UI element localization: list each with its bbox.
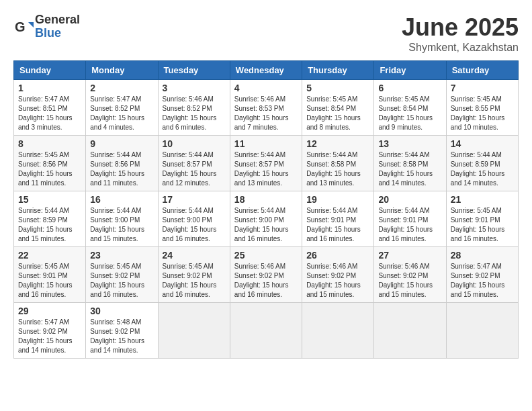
day-info: Sunrise: 5:44 AM Sunset: 9:01 PM Dayligh… [378,206,441,244]
calendar-day-cell: 24 Sunrise: 5:45 AM Sunset: 9:02 PM Dayl… [158,247,230,303]
day-info: Sunrise: 5:45 AM Sunset: 9:01 PM Dayligh… [451,206,514,244]
calendar-day-cell: 15 Sunrise: 5:44 AM Sunset: 8:59 PM Dayl… [14,191,86,247]
location-subtitle: Shymkent, Kazakhstan [402,42,519,54]
day-number: 21 [451,194,514,205]
calendar-day-cell: 29 Sunrise: 5:47 AM Sunset: 9:02 PM Dayl… [14,303,86,359]
day-number: 7 [451,83,514,93]
day-number: 13 [378,138,441,149]
day-number: 14 [451,138,514,149]
day-info: Sunrise: 5:45 AM Sunset: 8:54 PM Dayligh… [378,95,441,132]
calendar-day-cell: 10 Sunrise: 5:44 AM Sunset: 8:57 PM Dayl… [158,136,230,191]
header-wednesday: Wednesday [230,61,302,80]
calendar-day-cell: 23 Sunrise: 5:45 AM Sunset: 9:02 PM Dayl… [86,247,158,303]
calendar-day-cell: 20 Sunrise: 5:44 AM Sunset: 9:01 PM Dayl… [374,191,446,247]
day-info: Sunrise: 5:44 AM Sunset: 8:57 PM Dayligh… [234,150,298,188]
day-info: Sunrise: 5:44 AM Sunset: 8:59 PM Dayligh… [451,150,514,188]
day-number: 3 [163,83,226,93]
day-number: 25 [234,250,298,261]
calendar-week-row: 1 Sunrise: 5:47 AM Sunset: 8:51 PM Dayli… [14,80,519,136]
page-header: G General Blue June 2025 Shymkent, Kazak… [13,13,519,54]
day-info: Sunrise: 5:44 AM Sunset: 8:58 PM Dayligh… [306,150,369,188]
calendar-week-row: 22 Sunrise: 5:45 AM Sunset: 9:01 PM Dayl… [14,247,519,303]
calendar-week-row: 29 Sunrise: 5:47 AM Sunset: 9:02 PM Dayl… [14,303,519,359]
calendar-header-row: Sunday Monday Tuesday Wednesday Thursday… [14,61,519,80]
day-info: Sunrise: 5:47 AM Sunset: 9:02 PM Dayligh… [18,318,81,355]
day-number: 17 [163,194,226,205]
day-number: 11 [234,138,298,149]
title-area: June 2025 Shymkent, Kazakhstan [402,13,519,54]
day-info: Sunrise: 5:45 AM Sunset: 8:56 PM Dayligh… [18,150,81,188]
day-number: 2 [90,83,153,93]
calendar-day-cell: 6 Sunrise: 5:45 AM Sunset: 8:54 PM Dayli… [374,80,446,136]
calendar-day-cell: 4 Sunrise: 5:46 AM Sunset: 8:53 PM Dayli… [230,80,302,136]
day-number: 24 [163,250,226,261]
day-info: Sunrise: 5:46 AM Sunset: 9:02 PM Dayligh… [234,262,298,300]
calendar-day-cell: 16 Sunrise: 5:44 AM Sunset: 9:00 PM Dayl… [86,191,158,247]
day-info: Sunrise: 5:48 AM Sunset: 9:02 PM Dayligh… [90,318,153,355]
day-info: Sunrise: 5:44 AM Sunset: 8:58 PM Dayligh… [378,150,441,188]
day-number: 30 [90,306,153,316]
day-info: Sunrise: 5:44 AM Sunset: 9:01 PM Dayligh… [306,206,369,244]
calendar-day-cell: 18 Sunrise: 5:44 AM Sunset: 9:00 PM Dayl… [230,191,302,247]
calendar-day-cell: 28 Sunrise: 5:47 AM Sunset: 9:02 PM Dayl… [446,247,518,303]
day-info: Sunrise: 5:47 AM Sunset: 9:02 PM Dayligh… [451,262,514,300]
calendar-day-cell: 22 Sunrise: 5:45 AM Sunset: 9:01 PM Dayl… [14,247,86,303]
header-tuesday: Tuesday [158,61,230,80]
header-monday: Monday [86,61,158,80]
calendar-day-cell: 1 Sunrise: 5:47 AM Sunset: 8:51 PM Dayli… [14,80,86,136]
day-number: 9 [90,138,153,149]
calendar-day-cell: 8 Sunrise: 5:45 AM Sunset: 8:56 PM Dayli… [14,136,86,191]
calendar-day-cell: 30 Sunrise: 5:48 AM Sunset: 9:02 PM Dayl… [86,303,158,359]
day-number: 1 [18,83,81,93]
calendar-day-cell: 5 Sunrise: 5:45 AM Sunset: 8:54 PM Dayli… [302,80,374,136]
day-info: Sunrise: 5:45 AM Sunset: 9:02 PM Dayligh… [163,262,226,300]
day-info: Sunrise: 5:44 AM Sunset: 8:59 PM Dayligh… [18,206,81,244]
header-saturday: Saturday [446,61,518,80]
header-thursday: Thursday [302,61,374,80]
day-number: 29 [18,306,81,316]
day-number: 15 [18,194,81,205]
svg-text:G: G [15,19,26,34]
logo-text: General Blue [35,13,80,40]
day-number: 10 [163,138,226,149]
day-info: Sunrise: 5:44 AM Sunset: 8:57 PM Dayligh… [163,150,226,188]
calendar-day-cell [230,303,302,359]
day-info: Sunrise: 5:45 AM Sunset: 8:55 PM Dayligh… [451,95,514,132]
day-info: Sunrise: 5:46 AM Sunset: 9:02 PM Dayligh… [306,262,369,300]
header-sunday: Sunday [14,61,86,80]
day-info: Sunrise: 5:44 AM Sunset: 9:00 PM Dayligh… [234,206,298,244]
calendar-day-cell: 14 Sunrise: 5:44 AM Sunset: 8:59 PM Dayl… [446,136,518,191]
logo-general: General [35,13,80,27]
calendar-table: Sunday Monday Tuesday Wednesday Thursday… [13,60,519,359]
day-info: Sunrise: 5:45 AM Sunset: 8:54 PM Dayligh… [306,95,369,132]
calendar-day-cell: 7 Sunrise: 5:45 AM Sunset: 8:55 PM Dayli… [446,80,518,136]
day-number: 4 [234,83,298,93]
day-info: Sunrise: 5:46 AM Sunset: 8:52 PM Dayligh… [163,95,226,132]
day-number: 27 [378,250,441,261]
calendar-week-row: 8 Sunrise: 5:45 AM Sunset: 8:56 PM Dayli… [14,136,519,191]
day-number: 20 [378,194,441,205]
calendar-day-cell [446,303,518,359]
day-info: Sunrise: 5:44 AM Sunset: 9:00 PM Dayligh… [163,206,226,244]
calendar-day-cell: 25 Sunrise: 5:46 AM Sunset: 9:02 PM Dayl… [230,247,302,303]
calendar-day-cell: 26 Sunrise: 5:46 AM Sunset: 9:02 PM Dayl… [302,247,374,303]
calendar-day-cell: 19 Sunrise: 5:44 AM Sunset: 9:01 PM Dayl… [302,191,374,247]
calendar-day-cell: 21 Sunrise: 5:45 AM Sunset: 9:01 PM Dayl… [446,191,518,247]
calendar-week-row: 15 Sunrise: 5:44 AM Sunset: 8:59 PM Dayl… [14,191,519,247]
day-info: Sunrise: 5:46 AM Sunset: 9:02 PM Dayligh… [378,262,441,300]
day-info: Sunrise: 5:44 AM Sunset: 9:00 PM Dayligh… [90,206,153,244]
calendar-day-cell [302,303,374,359]
day-number: 22 [18,250,81,261]
day-info: Sunrise: 5:44 AM Sunset: 8:56 PM Dayligh… [90,150,153,188]
calendar-day-cell: 17 Sunrise: 5:44 AM Sunset: 9:00 PM Dayl… [158,191,230,247]
day-number: 16 [90,194,153,205]
day-number: 8 [18,138,81,149]
header-friday: Friday [374,61,446,80]
month-year-title: June 2025 [402,13,519,42]
day-info: Sunrise: 5:45 AM Sunset: 9:02 PM Dayligh… [90,262,153,300]
calendar-day-cell: 11 Sunrise: 5:44 AM Sunset: 8:57 PM Dayl… [230,136,302,191]
calendar-day-cell: 2 Sunrise: 5:47 AM Sunset: 8:52 PM Dayli… [86,80,158,136]
day-number: 6 [378,83,441,93]
calendar-day-cell: 13 Sunrise: 5:44 AM Sunset: 8:58 PM Dayl… [374,136,446,191]
calendar-day-cell: 12 Sunrise: 5:44 AM Sunset: 8:58 PM Dayl… [302,136,374,191]
